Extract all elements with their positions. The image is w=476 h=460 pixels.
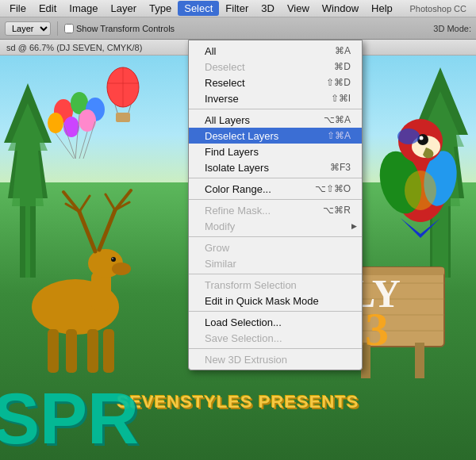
menu-modify[interactable]: Modify bbox=[189, 218, 362, 234]
svg-line-29 bbox=[79, 196, 90, 212]
show-transform-label[interactable]: Show Transform Controls bbox=[64, 24, 175, 33]
toolbar: Layer Show Transform Controls 3D Mode: bbox=[0, 17, 476, 40]
menu-sep-7 bbox=[189, 348, 362, 349]
menu-quick-mask-label: Edit in Quick Mask Mode bbox=[205, 295, 319, 307]
menu-similar[interactable]: Similar bbox=[189, 255, 362, 271]
menubar: File Edit Image Layer Type Select Filter… bbox=[0, 0, 476, 17]
menu-edit[interactable]: Edit bbox=[33, 1, 63, 16]
menu-new-3d-extrusion[interactable]: New 3D Extrusion bbox=[189, 351, 362, 367]
show-transform-checkbox[interactable] bbox=[64, 24, 74, 33]
svg-point-14 bbox=[48, 113, 63, 133]
3d-mode-label: 3D Mode: bbox=[433, 24, 471, 33]
menu-color-range-shortcut: ⌥⇧⌘O bbox=[315, 183, 351, 194]
menu-save-selection-label: Save Selection... bbox=[205, 332, 282, 344]
menu-reselect[interactable]: Reselect ⇧⌘D bbox=[189, 75, 362, 90]
menu-inverse-shortcut: ⇧⌘I bbox=[331, 93, 351, 104]
menu-isolate-layers[interactable]: Isolate Layers ⌘F3 bbox=[189, 159, 362, 175]
menu-3d[interactable]: 3D bbox=[255, 1, 281, 16]
canvas-area: LY 23 SEVENSTYLES PRESENTS SPR sd @ 66.7… bbox=[0, 40, 476, 460]
svg-line-26 bbox=[79, 212, 95, 251]
menu-image[interactable]: Image bbox=[63, 1, 104, 16]
menu-find-layers[interactable]: Find Layers bbox=[189, 144, 362, 159]
svg-point-16 bbox=[63, 117, 79, 137]
menu-select[interactable]: Select bbox=[178, 1, 219, 16]
menu-refine-mask-shortcut: ⌥⌘R bbox=[323, 205, 351, 216]
menu-isolate-layers-label: Isolate Layers bbox=[205, 162, 269, 174]
menu-sep-1 bbox=[189, 109, 362, 109]
menu-reselect-shortcut: ⇧⌘D bbox=[326, 77, 351, 88]
menu-deselect-layers[interactable]: Deselect Layers ⇧⌘A bbox=[189, 128, 362, 144]
svg-point-48 bbox=[397, 128, 420, 144]
svg-point-49 bbox=[405, 171, 436, 210]
menu-deselect-label: Deselect bbox=[205, 61, 245, 73]
menu-sep-5 bbox=[189, 274, 362, 274]
menu-transform-selection[interactable]: Transform Selection bbox=[189, 277, 362, 293]
menu-color-range-label: Color Range... bbox=[205, 183, 271, 195]
svg-point-38 bbox=[111, 257, 116, 262]
menu-reselect-label: Reselect bbox=[205, 77, 245, 89]
svg-point-39 bbox=[112, 258, 113, 259]
deer bbox=[4, 148, 163, 389]
menu-all-layers-label: All Layers bbox=[205, 114, 250, 126]
menu-quick-mask[interactable]: Edit in Quick Mask Mode bbox=[189, 293, 362, 309]
show-transform-text: Show Transform Controls bbox=[76, 24, 175, 33]
menu-help[interactable]: Help bbox=[365, 1, 399, 16]
menu-sep-6 bbox=[189, 311, 362, 312]
menu-type[interactable]: Type bbox=[143, 1, 178, 16]
menu-load-selection[interactable]: Load Selection... bbox=[189, 314, 362, 330]
menu-layer[interactable]: Layer bbox=[105, 1, 144, 16]
menu-load-selection-label: Load Selection... bbox=[205, 316, 282, 328]
menu-file[interactable]: File bbox=[3, 1, 33, 16]
menu-all-label: All bbox=[205, 45, 216, 57]
menu-find-layers-label: Find Layers bbox=[205, 146, 259, 158]
doc-title-text: sd @ 66.7% (DJ SEVEN, CMYK/8) bbox=[6, 43, 142, 52]
svg-rect-37 bbox=[103, 329, 114, 373]
menu-grow[interactable]: Grow bbox=[189, 240, 362, 255]
menu-deselect-layers-label: Deselect Layers bbox=[205, 130, 278, 142]
menu-refine-mask[interactable]: Refine Mask... ⌥⌘R bbox=[189, 202, 362, 218]
menu-new-3d-extrusion-label: New 3D Extrusion bbox=[205, 354, 287, 366]
parrot bbox=[369, 79, 472, 240]
menu-similar-label: Similar bbox=[205, 258, 236, 270]
svg-line-31 bbox=[115, 190, 131, 210]
svg-line-30 bbox=[99, 210, 115, 250]
menu-save-selection[interactable]: Save Selection... bbox=[189, 330, 362, 346]
svg-line-27 bbox=[63, 192, 79, 212]
svg-rect-34 bbox=[48, 329, 59, 373]
menu-sep-2 bbox=[189, 178, 362, 178]
menu-sep-4 bbox=[189, 236, 362, 237]
menu-refine-mask-label: Refine Mask... bbox=[205, 205, 271, 217]
svg-point-25 bbox=[112, 263, 131, 275]
menu-inverse-label: Inverse bbox=[205, 93, 239, 105]
menu-view[interactable]: View bbox=[281, 1, 316, 16]
svg-line-33 bbox=[106, 194, 115, 210]
menu-all-layers-shortcut: ⌥⌘A bbox=[324, 114, 351, 125]
svg-rect-57 bbox=[415, 343, 424, 378]
select-dropdown-menu: All ⌘A Deselect ⌘D Reselect ⇧⌘D Inverse … bbox=[188, 40, 363, 370]
menu-color-range[interactable]: Color Range... ⌥⇧⌘O bbox=[189, 181, 362, 197]
svg-rect-35 bbox=[66, 329, 77, 373]
svg-rect-36 bbox=[87, 329, 98, 373]
menu-all-shortcut: ⌘A bbox=[335, 45, 351, 56]
toolbar-separator-1 bbox=[57, 21, 58, 36]
spring-text: SPR bbox=[0, 378, 139, 460]
menu-inverse[interactable]: Inverse ⇧⌘I bbox=[189, 90, 362, 106]
layer-dropdown[interactable]: Layer bbox=[5, 21, 51, 36]
app-title: Photoshop CC bbox=[399, 4, 473, 13]
menu-filter[interactable]: Filter bbox=[219, 1, 255, 16]
menu-transform-selection-label: Transform Selection bbox=[205, 279, 297, 291]
menu-grow-label: Grow bbox=[205, 242, 229, 254]
menu-modify-label: Modify bbox=[205, 220, 235, 232]
menu-sep-3 bbox=[189, 199, 362, 200]
menu-all-layers[interactable]: All Layers ⌥⌘A bbox=[189, 112, 362, 128]
svg-point-47 bbox=[420, 136, 424, 140]
menu-isolate-layers-shortcut: ⌘F3 bbox=[330, 162, 351, 173]
svg-point-15 bbox=[79, 109, 96, 132]
menu-all[interactable]: All ⌘A bbox=[189, 43, 362, 59]
menu-deselect-layers-shortcut: ⇧⌘A bbox=[327, 130, 351, 141]
menu-window[interactable]: Window bbox=[316, 1, 365, 16]
menu-deselect-shortcut: ⌘D bbox=[334, 61, 351, 72]
menu-deselect[interactable]: Deselect ⌘D bbox=[189, 59, 362, 75]
